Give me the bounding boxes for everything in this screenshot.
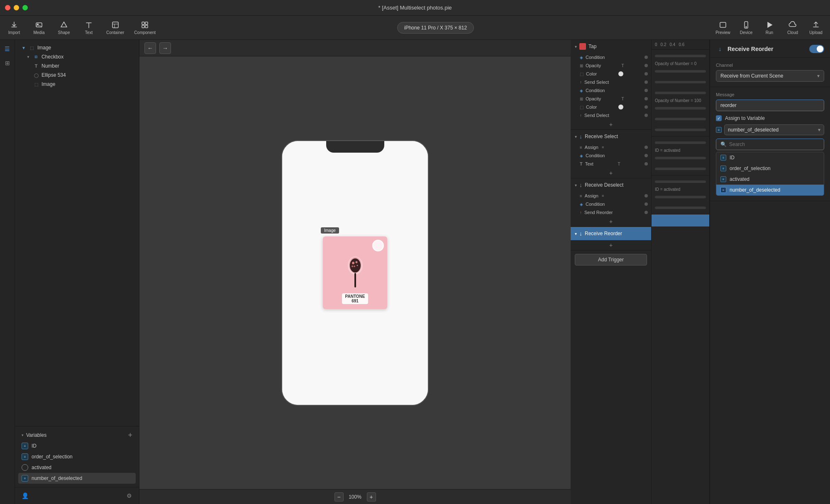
tick-06: 0.6	[679, 42, 684, 47]
dropdown-item-activated[interactable]: ≡ activated	[716, 174, 824, 185]
receive-deselect-send-reorder[interactable]: ↑ Send Reorder	[571, 208, 651, 217]
tap-color-2-swatch	[618, 105, 623, 110]
layer-item-checkbox[interactable]: ▼ ⊞ Checkbox	[15, 52, 139, 61]
variable-select-row: ≡ number_of_deselected ▾	[716, 124, 824, 135]
upload-button[interactable]: Upload	[808, 21, 823, 35]
user-icon-button[interactable]: 👤	[20, 491, 30, 501]
components-icon-button[interactable]: ⊞	[2, 57, 13, 69]
tap-send-deselect[interactable]: ↑ Send Delect	[571, 111, 651, 119]
receive-select-add[interactable]: +	[571, 168, 651, 178]
back-button[interactable]: ←	[144, 42, 156, 54]
tap-header[interactable]: ▾ Tap	[571, 40, 651, 53]
timeline-track-rd-3	[655, 207, 706, 209]
receive-deselect-assign[interactable]: ≡ Assign ≡	[571, 192, 651, 200]
receive-select-condition[interactable]: ◈ Condition	[571, 151, 651, 160]
variable-dropdown-list: ≡ ID ≡ order_of_selection ≡ activated ≡ …	[716, 152, 824, 196]
minimize-button[interactable]	[14, 5, 19, 10]
var-item-number-of-deselected[interactable]: ≡ number_of_deselected	[18, 473, 136, 484]
forward-button[interactable]: →	[159, 42, 171, 54]
search-icon: 🔍	[720, 141, 727, 147]
tap-condition-1[interactable]: ◈ Condition	[571, 53, 651, 61]
media-button[interactable]: Media	[32, 21, 46, 35]
tap-send-select[interactable]: ↑ Send Select	[571, 78, 651, 86]
svg-rect-6	[145, 25, 148, 28]
dropdown-item-id[interactable]: ≡ ID	[716, 152, 824, 163]
canvas-toolbar: ← →	[139, 40, 571, 56]
receive-select-assign[interactable]: ≡ Assign ≡	[571, 143, 651, 151]
left-panel: ▼ ⬚ Image ▼ ⊞ Checkbox T Number ◯ Ellips…	[15, 40, 139, 504]
add-trigger-button[interactable]: Add Trigger	[575, 254, 647, 265]
layer-item-image-child[interactable]: ⬚ Image	[15, 80, 139, 89]
device-selector[interactable]: iPhone 11 Pro / X 375 × 812	[397, 22, 474, 34]
receive-deselect-add[interactable]: +	[571, 217, 651, 226]
tap-opacity-1[interactable]: ⊞ Opacity T	[571, 61, 651, 70]
image-card[interactable]: PANTONE 691	[323, 236, 387, 309]
add-variable-button[interactable]: +	[128, 431, 132, 439]
receive-reorder-add[interactable]: +	[571, 240, 651, 250]
timeline-track-rd-1	[655, 180, 706, 183]
assign-checkbox-row: ✓ Assign to Variable	[716, 115, 824, 121]
timeline-panel: 0 0.2 0.4 0.6 Opacity of Number = 0 Opac…	[652, 40, 710, 504]
receive-deselect-collapse: ▾	[575, 183, 577, 187]
layers-icon-button[interactable]: ☰	[2, 43, 13, 55]
search-box[interactable]: 🔍	[716, 139, 824, 150]
device-button[interactable]: Device	[739, 21, 754, 35]
toolbar-center: iPhone 11 Pro / X 375 × 812	[166, 22, 706, 34]
dropdown-item-order[interactable]: ≡ order_of_selection	[716, 163, 824, 174]
text-button[interactable]: Text	[81, 21, 96, 35]
receive-reorder-header[interactable]: ▾ ↓ Receive Reorder	[571, 227, 651, 240]
receive-reorder-toggle[interactable]	[809, 45, 824, 53]
var-type-icon-deselected: ≡	[22, 475, 28, 482]
layer-item-image[interactable]: ▼ ⬚ Image	[15, 43, 139, 52]
shape-button[interactable]: Shape	[56, 21, 71, 35]
var-item-activated[interactable]: activated	[18, 462, 136, 473]
timeline-row-5	[652, 103, 709, 114]
dropdown-item-number-of-deselected[interactable]: ≡ number_of_deselected	[716, 185, 824, 195]
variables-header[interactable]: ▾ Variables +	[18, 430, 136, 441]
receive-deselect-condition[interactable]: ◈ Condition	[571, 200, 651, 208]
zoom-out-button[interactable]: −	[334, 492, 344, 502]
tap-color-2[interactable]: ⬚ Color	[571, 103, 651, 111]
tap-condition-2[interactable]: ◈ Condition	[571, 86, 651, 95]
maximize-button[interactable]	[22, 5, 28, 10]
container-button[interactable]: Container	[106, 21, 124, 35]
tap-condition-2-dot	[644, 89, 648, 92]
search-input[interactable]	[729, 141, 820, 147]
timeline-info-opacity0: Opacity of Number = 0	[652, 61, 709, 66]
preview-button[interactable]: Preview	[715, 21, 730, 35]
channel-select[interactable]: Receive from Current Scene ▾	[716, 70, 824, 82]
tap-add-button[interactable]: +	[571, 119, 651, 129]
run-button[interactable]: Run	[762, 21, 777, 35]
message-input[interactable]	[716, 100, 824, 111]
timeline-receive-deselect-rows: ID = activated	[652, 175, 709, 214]
canvas-content[interactable]: Image	[139, 56, 571, 489]
settings-icon-button[interactable]: ⚙	[124, 491, 134, 501]
receive-deselect-header[interactable]: ▾ ↓ Receive Deselect	[571, 178, 651, 192]
component-button[interactable]: Component	[134, 21, 156, 35]
variable-select[interactable]: number_of_deselected ▾	[724, 124, 824, 135]
assign-checkbox[interactable]: ✓	[716, 115, 722, 121]
cloud-button[interactable]: Cloud	[785, 21, 800, 35]
layer-item-number[interactable]: T Number	[15, 61, 139, 71]
layer-item-ellipse[interactable]: ◯ Ellipse 534	[15, 71, 139, 80]
dropdown-order-icon: ≡	[720, 166, 726, 171]
panel-bottom: 👤 ⚙	[15, 487, 139, 504]
zoom-in-button[interactable]: +	[367, 492, 376, 502]
titlebar: * [Asset] Multiselect photos.pie	[0, 0, 830, 16]
media-icon	[35, 21, 43, 29]
receive-select-header[interactable]: ▾ ↓ Receive Select	[571, 130, 651, 143]
variable-type-icon: ≡	[716, 127, 722, 133]
receive-deselect-send-reorder-dot	[644, 211, 648, 214]
var-item-order[interactable]: ≡ order_of_selection	[18, 451, 136, 462]
message-label: Message	[716, 92, 824, 97]
import-button[interactable]: Import	[7, 21, 22, 35]
close-button[interactable]	[5, 5, 10, 10]
timeline-info-id-activated-2: ID = activated	[652, 187, 709, 192]
var-item-id[interactable]: ≡ ID	[18, 441, 136, 451]
receive-select-text[interactable]: T Text T	[571, 160, 651, 168]
tap-opacity-2[interactable]: ⊞ Opacity T	[571, 95, 651, 103]
image-layer-icon: ⬚	[29, 45, 35, 51]
timeline-info-id-activated-1: ID = activated	[652, 148, 709, 153]
tap-color-1[interactable]: ⬚ Color	[571, 70, 651, 78]
receive-deselect-section: ▾ ↓ Receive Deselect ≡ Assign ≡ ◈ Condit…	[571, 178, 651, 227]
